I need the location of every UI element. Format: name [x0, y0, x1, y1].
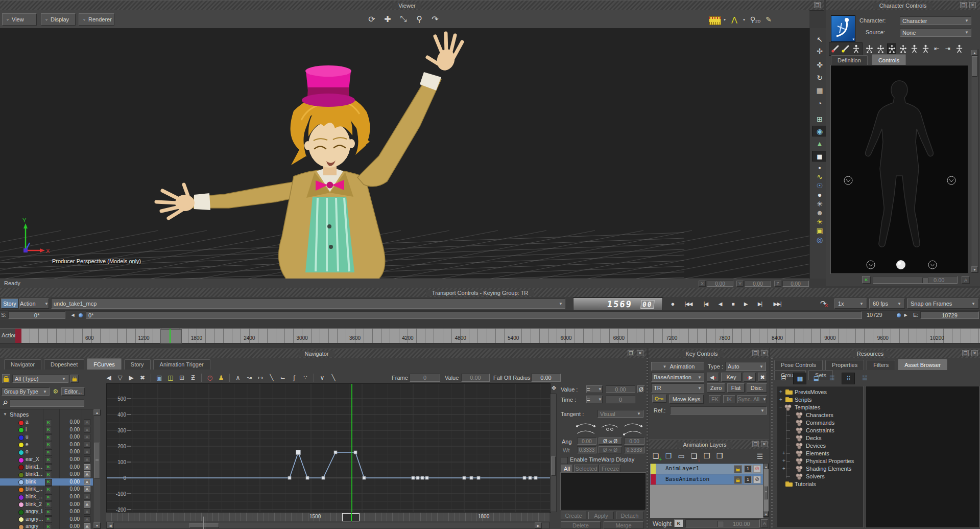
delete-button[interactable]: Delete — [561, 521, 601, 529]
layout-panel-icon[interactable]: ▣ — [155, 373, 164, 382]
shape-row-i[interactable]: iK0.00A — [0, 426, 93, 433]
drag-tool-icon[interactable]: ✜ — [812, 59, 827, 70]
frame-counter[interactable]: 1569 00 — [573, 297, 663, 311]
tangent-widgets[interactable] — [575, 420, 644, 436]
tab-navigator[interactable]: Navigator — [4, 359, 41, 370]
delete-key-button[interactable]: ✖ — [758, 373, 767, 382]
prev-key-button[interactable]: ◀● — [707, 373, 719, 382]
tab-definition[interactable]: Definition — [831, 55, 868, 65]
ref-dropdown[interactable]: ▼ — [670, 406, 767, 415]
tab-all[interactable]: All — [561, 465, 573, 472]
shape-row-a[interactable]: aK0.00A — [0, 419, 93, 426]
merge-layer-icon[interactable]: ❏↓ — [689, 451, 699, 461]
tr-dropdown[interactable]: TR▼ — [651, 383, 704, 393]
tab-filters[interactable]: Filters — [867, 360, 895, 370]
tree-item-physical-properties[interactable]: +Physical Properties — [777, 457, 862, 465]
grid-view-icon[interactable]: ⠿ — [842, 373, 855, 384]
story-button[interactable]: Story — [1, 298, 18, 309]
layer-lock-icon[interactable] — [734, 476, 742, 484]
asset-preview-pane[interactable] — [865, 386, 979, 528]
snap-dropdown[interactable]: Snap on Frames▼ — [907, 298, 979, 309]
add-character-icon[interactable] — [954, 43, 964, 54]
loop-range-field[interactable]: 0* — [86, 311, 862, 319]
trajectory-icon[interactable]: ⋀ — [729, 14, 739, 25]
ang-infinity-buttons[interactable]: Ø ∞ Ø — [599, 438, 622, 445]
take-field[interactable]: undo_take1_mcp▼ — [51, 298, 565, 309]
mirror-pose-icon[interactable] — [910, 43, 919, 54]
arc-rotate-icon[interactable]: ↷ — [428, 13, 442, 25]
keyframe[interactable] — [416, 476, 419, 479]
tree-expander[interactable]: + — [779, 389, 784, 395]
pin-view-icon[interactable]: ⊞ — [177, 373, 186, 382]
trajectory-dropdown-icon[interactable]: ▾ — [742, 14, 747, 25]
layer-row-baseanimation[interactable]: BaseAnimation1⊘ — [650, 474, 763, 485]
layer-count-badge[interactable]: 1 — [744, 465, 752, 473]
split-view-icon[interactable]: ⬓ — [810, 373, 822, 383]
fk-button[interactable]: FK — [709, 395, 721, 403]
stop-button[interactable]: ■ — [727, 299, 738, 308]
shape-key-button[interactable]: K — [45, 442, 52, 448]
stopwatch-icon[interactable]: ◷ — [205, 373, 214, 382]
gear-icon[interactable]: ⚙ — [51, 387, 60, 396]
shape-key-button[interactable]: K — [45, 464, 52, 471]
tree-item-commands[interactable]: Commands — [777, 419, 862, 427]
weight-key-button[interactable]: K — [674, 519, 683, 527]
tree-item-elements[interactable]: +Elements — [777, 450, 862, 457]
tab-fcurves[interactable]: FCurves — [87, 358, 122, 370]
shape-key-button[interactable]: K — [45, 524, 52, 529]
flat-button[interactable]: Flat — [727, 383, 745, 393]
layer-lock-icon[interactable] — [734, 465, 742, 473]
badge-dropdown-icon[interactable]: ▾ — [852, 37, 854, 41]
warp-icon[interactable]: ♟ — [217, 373, 226, 382]
cc-body-view[interactable] — [830, 65, 968, 274]
magnifier-icon[interactable]: ⚲ — [413, 13, 426, 25]
translate-tool-icon[interactable]: ✢ — [812, 45, 827, 56]
shape-anim-button[interactable]: A — [84, 434, 90, 440]
res-close-button[interactable]: ✕ — [971, 350, 978, 356]
goto-start-button[interactable]: |◀◀ — [680, 299, 697, 308]
create-button[interactable]: Create — [561, 512, 586, 519]
tree-item-scripts[interactable]: +Scripts — [777, 396, 862, 404]
delete-layer-icon[interactable]: ▭ — [676, 451, 686, 461]
prev-keyframe-icon[interactable]: ◀ — [104, 373, 113, 382]
detail-view-icon[interactable]: ☱ — [858, 373, 871, 383]
next-keyframe-icon[interactable]: ▶ — [127, 373, 136, 382]
shape-key-button[interactable]: K — [45, 457, 52, 464]
shape-anim-button[interactable]: A — [84, 509, 90, 515]
graph-time-ruler[interactable]: 15001800 — [106, 512, 549, 521]
scale-tool-icon[interactable]: ▦ — [812, 85, 827, 96]
layer-mute-icon[interactable]: ⊘ — [753, 476, 761, 484]
auto-frame-icon[interactable]: ∧ — [233, 373, 243, 382]
shape-key-button[interactable]: K — [45, 479, 52, 486]
ctrl-rig-body-icon[interactable] — [876, 43, 885, 54]
keyframe[interactable] — [421, 476, 424, 479]
fps-dropdown[interactable]: 60 fps▼ — [869, 298, 905, 309]
keyframe[interactable] — [470, 476, 473, 479]
cc-key-button[interactable]: K — [862, 276, 871, 284]
timewarp-list[interactable] — [561, 473, 646, 510]
prev-key-button[interactable]: |◀ — [699, 299, 713, 308]
tangent-break-icon[interactable]: ⌙ — [278, 373, 288, 382]
editor-button[interactable]: Editor... — [61, 387, 85, 396]
tab-properties[interactable]: Properties — [825, 360, 864, 370]
tab-controls[interactable]: Controls — [872, 54, 906, 65]
ruler-dropdown-icon[interactable]: ▾ — [722, 14, 727, 25]
shape-anim-button[interactable]: A — [84, 419, 90, 425]
keyframe[interactable] — [523, 476, 526, 479]
ik-button[interactable]: IK — [723, 395, 735, 403]
shape-key-button[interactable]: K — [45, 501, 52, 508]
animation-layers-strip[interactable]: Animation Layers ❐ ✕ — [649, 440, 769, 450]
key-icon-button[interactable] — [652, 395, 666, 403]
transport-strip[interactable]: Transport Controls - Keying Group: TR — [0, 288, 980, 298]
range-slider-button[interactable] — [895, 311, 902, 319]
delete-key-icon[interactable]: ✖ — [138, 373, 147, 382]
tab-asset-browser[interactable]: Asset Browser — [898, 359, 947, 370]
navigator-close-button[interactable]: ✕ — [637, 350, 643, 356]
shape-anim-button[interactable]: A — [84, 479, 90, 485]
zoom-2d-icon[interactable]: ⚲2D — [749, 14, 762, 25]
tab-selected[interactable]: Selected — [574, 465, 599, 472]
select-tool-icon[interactable]: ↖ — [812, 34, 827, 44]
sphere-select-tool-icon[interactable]: ◉ — [812, 126, 827, 136]
tab-freeze[interactable]: Freeze — [600, 465, 621, 472]
shape-anim-button[interactable]: A — [84, 516, 90, 522]
